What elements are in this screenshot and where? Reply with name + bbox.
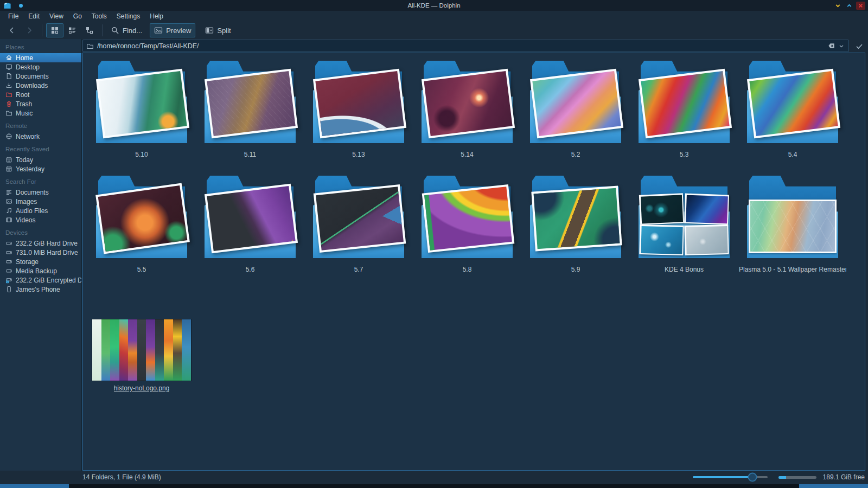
sidebar-item-home[interactable]: Home (0, 53, 81, 62)
zoom-slider-handle[interactable] (748, 473, 757, 482)
folder-preview-thumbnail (314, 184, 406, 253)
details-view-button[interactable] (63, 23, 81, 37)
sidebar-item-images[interactable]: Images (0, 197, 81, 206)
location-path[interactable]: /home/ronnoc/Temp/Test/All-KDE/ (97, 42, 824, 50)
dolphin-window: All-KDE — Dolphin FileEditViewGoToolsSet… (0, 0, 868, 488)
sidebar-item-storage[interactable]: Storage (0, 257, 81, 266)
folder-icon[interactable] (422, 61, 513, 143)
tree-view-button[interactable] (81, 23, 98, 37)
mini-preview-thumbnail (639, 224, 684, 255)
sidebar-item-network[interactable]: Network (0, 132, 81, 141)
file-item-history-nologo-png[interactable]: history-noLogo.png (87, 290, 196, 404)
sidebar-item-232-2-gib-encrypted-drive[interactable]: 232.2 GiB Encrypted Drive (0, 275, 81, 285)
sidebar-item-james-s-phone[interactable]: James's Phone (0, 285, 81, 294)
menu-edit[interactable]: Edit (23, 11, 44, 21)
item-label: 5.4 (788, 151, 797, 158)
sidebar-item-label: Desktop (16, 63, 40, 71)
sidebar-item-232-2-gib-hard-drive[interactable]: 232.2 GiB Hard Drive (0, 239, 81, 248)
folder-icon[interactable] (313, 61, 404, 143)
sidebar-item-videos[interactable]: Videos (0, 215, 81, 224)
folder-icon[interactable] (205, 61, 296, 143)
folder-item-5-10[interactable]: 5.10 (87, 60, 196, 175)
sidebar-item-audio-files[interactable]: Audio Files (0, 206, 81, 215)
menu-file[interactable]: File (3, 11, 23, 21)
folder-icon[interactable] (530, 176, 621, 258)
menu-go[interactable]: Go (68, 11, 87, 21)
folder-icon (5, 91, 12, 98)
sidebar-item-documents[interactable]: Documents (0, 188, 81, 197)
folder-icon[interactable] (639, 61, 730, 143)
split-icon (205, 26, 214, 35)
accept-location-button[interactable] (854, 41, 865, 52)
sidebar-item-731-0-mib-hard-drive[interactable]: 731.0 MiB Hard Drive (0, 248, 81, 257)
folder-item-5-14[interactable]: 5.14 (413, 60, 521, 175)
find-button[interactable]: Find... (106, 23, 146, 37)
folder-preview-thumbnail (422, 69, 515, 139)
folder-item-5-7[interactable]: 5.7 (304, 175, 413, 290)
folder-item-5-9[interactable]: 5.9 (521, 175, 630, 290)
sidebar-item-today[interactable]: Today (0, 155, 81, 164)
clear-text-icon[interactable] (827, 42, 835, 50)
location-row: /home/ronnoc/Temp/Test/All-KDE/ (82, 39, 865, 53)
item-grid: 5.105.115.135.145.25.35.45.55.65.75.85.9… (87, 60, 865, 404)
folder-item-5-11[interactable]: 5.11 (196, 60, 304, 175)
menu-help[interactable]: Help (145, 11, 168, 21)
toolbar: Find... Preview Split (0, 22, 868, 39)
document-icon (5, 73, 12, 80)
folder-icon[interactable] (422, 176, 513, 258)
sidebar-item-trash[interactable]: Trash (0, 99, 81, 108)
icons-view-button[interactable] (46, 23, 63, 37)
sidebar-item-yesterday[interactable]: Yesterday (0, 164, 81, 174)
sidebar-section-remote: Remote (0, 118, 81, 132)
item-label: 5.14 (461, 151, 473, 158)
folder-icon[interactable] (747, 61, 838, 143)
folder-item-5-3[interactable]: 5.3 (630, 60, 738, 175)
folder-icon[interactable] (313, 176, 404, 258)
sidebar-item-desktop[interactable]: Desktop (0, 62, 81, 72)
folder-icon[interactable] (205, 176, 296, 258)
folder-icon[interactable] (530, 61, 621, 143)
folder-item-5-4[interactable]: 5.4 (738, 60, 847, 175)
folder-item-5-6[interactable]: 5.6 (196, 175, 304, 290)
folder-icon[interactable] (96, 176, 187, 258)
split-button[interactable]: Split (201, 23, 235, 37)
sidebar-item-documents[interactable]: Documents (0, 72, 81, 81)
folder-view[interactable]: 5.105.115.135.145.25.35.45.55.65.75.85.9… (82, 53, 865, 471)
menu-settings[interactable]: Settings (112, 11, 145, 21)
forward-button[interactable] (21, 23, 38, 37)
folder-item-5-8[interactable]: 5.8 (413, 175, 521, 290)
window-controls (833, 2, 868, 10)
minimize-button[interactable] (833, 2, 843, 10)
zoom-slider[interactable] (693, 476, 768, 478)
thumbnail-strip (101, 319, 111, 381)
sidebar-item-label: Today (16, 156, 33, 164)
thumbnail-strip (164, 319, 173, 381)
capacity-bar (778, 476, 816, 479)
sidebar-item-downloads[interactable]: Downloads (0, 81, 81, 90)
close-button[interactable] (856, 2, 865, 10)
preview-button[interactable]: Preview (150, 23, 195, 37)
folder-icon[interactable] (639, 176, 730, 258)
chevron-down-icon[interactable] (838, 42, 845, 50)
folder-item-5-2[interactable]: 5.2 (521, 60, 630, 175)
maximize-button[interactable] (845, 2, 854, 10)
sidebar-item-root[interactable]: Root (0, 90, 81, 99)
file-thumbnail[interactable] (92, 319, 192, 381)
titlebar[interactable]: All-KDE — Dolphin (0, 0, 868, 11)
sidebar-item-media-backup[interactable]: Media Backup (0, 266, 81, 275)
item-label: 5.10 (135, 151, 148, 158)
menu-tools[interactable]: Tools (87, 11, 112, 21)
drive-icon (5, 267, 12, 274)
folder-icon[interactable] (747, 176, 838, 258)
menu-view[interactable]: View (44, 11, 68, 21)
folder-item-5-5[interactable]: 5.5 (87, 175, 196, 290)
sidebar-item-music[interactable]: Music (0, 108, 81, 118)
folder-item-5-13[interactable]: 5.13 (304, 60, 413, 175)
sidebar-item-label: Documents (16, 189, 49, 196)
folder-item-kde-4-bonus[interactable]: KDE 4 Bonus (630, 175, 738, 290)
folder-item-plasma-5-0-5-1-wallpaper-remaster[interactable]: Plasma 5.0 - 5.1 Wallpaper Remaster (738, 175, 847, 290)
chevron-left-icon (8, 26, 16, 35)
back-button[interactable] (3, 23, 21, 37)
folder-icon[interactable] (96, 61, 187, 143)
location-bar[interactable]: /home/ronnoc/Temp/Test/All-KDE/ (82, 40, 849, 52)
